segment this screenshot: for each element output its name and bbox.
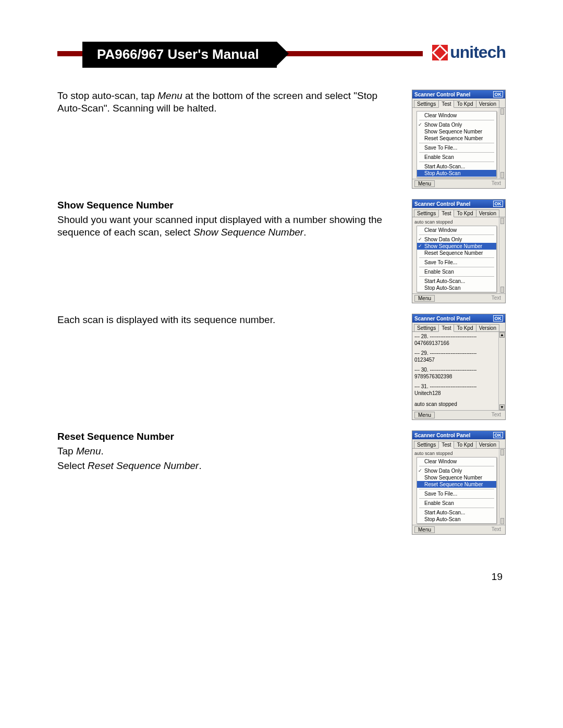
- scan-line: 9789576302398: [414, 373, 498, 380]
- menu-reset-seq[interactable]: Reset Sequence Number: [417, 135, 496, 142]
- popup-menu: Clear Window Show Data Only Show Sequenc…: [417, 457, 497, 524]
- menu-show-data-only[interactable]: Show Data Only: [417, 467, 496, 474]
- heading-reset-seq: Reset Sequence Number: [57, 430, 400, 443]
- tab-test[interactable]: Test: [438, 100, 454, 108]
- menu-save-file[interactable]: Save To File...: [417, 144, 496, 151]
- menu-save-file[interactable]: Save To File...: [417, 259, 496, 266]
- footer-text-label: Text: [489, 295, 503, 302]
- menu-clear-window[interactable]: Clear Window: [417, 227, 496, 233]
- tab-bar: Settings Test To Kpd Version: [412, 98, 505, 108]
- window-footer: Menu Text: [412, 410, 505, 419]
- scroll-up-icon[interactable]: ▲: [499, 332, 505, 338]
- body-pretext: auto scan stopped: [413, 219, 504, 225]
- section-seq-display-text: Each scan is displayed with its sequence…: [57, 314, 412, 328]
- heading-show-seq: Show Sequence Number: [57, 199, 400, 212]
- menu-stop-auto[interactable]: Stop Auto-Scan: [417, 285, 496, 291]
- tab-settings[interactable]: Settings: [414, 209, 439, 217]
- tab-test[interactable]: Test: [438, 324, 454, 332]
- menu-start-auto[interactable]: Start Auto-Scan...: [417, 509, 496, 516]
- tab-bar: Settings Test To Kpd Version: [412, 208, 505, 217]
- footer-text-label: Text: [489, 526, 503, 533]
- scan-line: Unitech128: [414, 390, 498, 397]
- ok-button[interactable]: OK: [493, 432, 504, 438]
- menu-show-seq[interactable]: Show Sequence Number: [417, 243, 496, 250]
- menu-button[interactable]: Menu: [414, 412, 435, 418]
- window-title: Scanner Control Panel: [414, 433, 470, 438]
- window-titlebar: Scanner Control Panel OK: [412, 431, 505, 439]
- window-title: Scanner Control Panel: [414, 201, 470, 207]
- brand-logo-text: unitech: [450, 43, 506, 62]
- tab-settings[interactable]: Settings: [414, 441, 439, 448]
- window-title: Scanner Control Panel: [414, 316, 470, 322]
- section-show-seq-text: Show Sequence Number Should you want you…: [57, 199, 412, 240]
- scan-line: 047669137166: [414, 340, 498, 347]
- page-number: 19: [57, 571, 506, 583]
- scrollbar[interactable]: [499, 108, 505, 179]
- popup-menu: Clear Window Show Data Only Show Sequenc…: [417, 226, 497, 292]
- scan-line: --- 30. ---------------------------: [414, 366, 498, 373]
- tab-version[interactable]: Version: [476, 441, 499, 448]
- menu-enable-scan[interactable]: Enable Scan: [417, 500, 496, 507]
- screenshot-show-seq: Scanner Control Panel OK Settings Test T…: [412, 199, 506, 303]
- screenshot-reset-seq: Scanner Control Panel OK Settings Test T…: [412, 430, 506, 535]
- tab-tokpd[interactable]: To Kpd: [454, 324, 476, 331]
- tab-test[interactable]: Test: [438, 441, 454, 449]
- menu-reset-seq[interactable]: Reset Sequence Number: [417, 250, 496, 256]
- popup-menu: Clear Window Show Data Only Show Sequenc…: [417, 111, 497, 178]
- tab-tokpd[interactable]: To Kpd: [454, 209, 476, 217]
- window-footer: Menu Text: [412, 293, 505, 303]
- section-reset-seq-text: Reset Sequence Number Tap Menu. Select R…: [57, 430, 412, 474]
- menu-clear-window[interactable]: Clear Window: [417, 458, 496, 465]
- menu-start-auto[interactable]: Start Auto-Scan...: [417, 163, 496, 170]
- scrollbar[interactable]: [499, 217, 505, 293]
- menu-enable-scan[interactable]: Enable Scan: [417, 268, 496, 275]
- menu-clear-window[interactable]: Clear Window: [417, 112, 496, 119]
- screenshot-stop-autoscan: Scanner Control Panel OK Settings Test T…: [412, 90, 506, 189]
- tab-tokpd[interactable]: To Kpd: [454, 100, 476, 107]
- tab-version[interactable]: Version: [476, 324, 499, 331]
- tab-bar: Settings Test To Kpd Version: [412, 323, 505, 332]
- window-titlebar: Scanner Control Panel OK: [412, 200, 505, 208]
- window-title: Scanner Control Panel: [414, 92, 470, 97]
- tab-version[interactable]: Version: [476, 209, 499, 217]
- menu-start-auto[interactable]: Start Auto-Scan...: [417, 278, 496, 285]
- section-stop-autoscan-text: To stop auto-scan, tap Menu at the botto…: [57, 90, 412, 117]
- screenshot-seq-display: Scanner Control Panel OK Settings Test T…: [412, 314, 506, 420]
- tab-settings[interactable]: Settings: [414, 324, 439, 331]
- page-header: PA966/967 User's Manual unitech: [57, 42, 506, 66]
- menu-button[interactable]: Menu: [414, 180, 435, 187]
- footer-text-label: Text: [489, 180, 503, 187]
- scrollbar[interactable]: ▲ ▼: [498, 332, 505, 410]
- window-footer: Menu Text: [412, 525, 505, 534]
- tab-bar: Settings Test To Kpd Version: [412, 439, 505, 449]
- brand-mark-icon: [432, 45, 448, 60]
- scan-output-area: ▲ ▼ --- 28. --------------------------- …: [412, 332, 505, 410]
- menu-button[interactable]: Menu: [414, 295, 435, 302]
- menu-button[interactable]: Menu: [414, 526, 435, 533]
- footer-text-label: Text: [489, 412, 503, 418]
- menu-stop-auto[interactable]: Stop Auto-Scan: [417, 516, 496, 523]
- ok-button[interactable]: OK: [493, 315, 504, 322]
- menu-reset-seq[interactable]: Reset Sequence Number: [417, 481, 496, 488]
- menu-show-seq[interactable]: Show Sequence Number: [417, 474, 496, 481]
- scan-line: --- 28. ---------------------------: [414, 333, 498, 340]
- menu-show-data-only[interactable]: Show Data Only: [417, 121, 496, 128]
- manual-title-text: PA966/967 User's Manual: [97, 46, 259, 62]
- menu-enable-scan[interactable]: Enable Scan: [417, 154, 496, 161]
- scrollbar[interactable]: [499, 449, 505, 525]
- scan-line: auto scan stopped: [414, 401, 498, 408]
- window-footer: Menu Text: [412, 179, 505, 188]
- window-titlebar: Scanner Control Panel OK: [412, 314, 505, 323]
- menu-stop-auto[interactable]: Stop Auto-Scan: [417, 170, 496, 177]
- ok-button[interactable]: OK: [493, 201, 504, 207]
- scroll-down-icon[interactable]: ▼: [499, 404, 505, 410]
- menu-save-file[interactable]: Save To File...: [417, 490, 496, 497]
- tab-test[interactable]: Test: [438, 209, 454, 217]
- brand-logo: unitech: [423, 43, 506, 62]
- tab-tokpd[interactable]: To Kpd: [454, 441, 476, 448]
- tab-version[interactable]: Version: [476, 100, 499, 107]
- tab-settings[interactable]: Settings: [414, 100, 439, 107]
- menu-show-seq[interactable]: Show Sequence Number: [417, 128, 496, 135]
- ok-button[interactable]: OK: [493, 91, 504, 97]
- menu-show-data-only[interactable]: Show Data Only: [417, 236, 496, 243]
